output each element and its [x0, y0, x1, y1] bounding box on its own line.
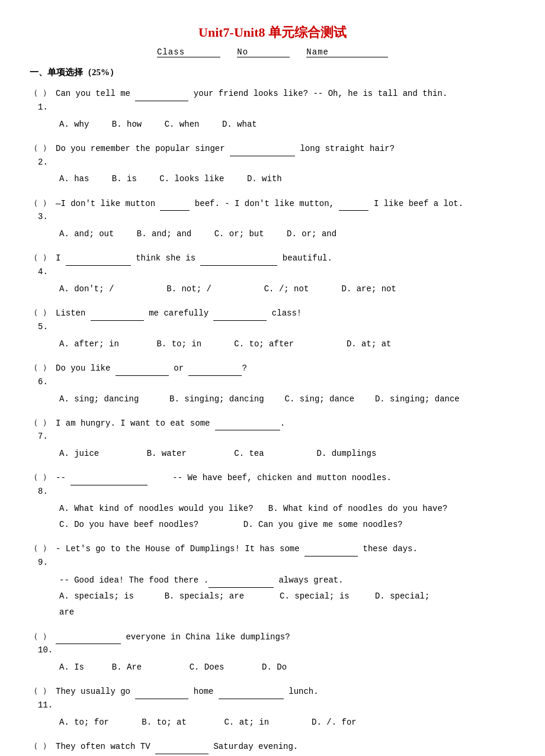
q8-paren: （ [30, 471, 38, 485]
q1-options: A. why B. how C. when D. what [30, 117, 515, 132]
q12-paren: （ [30, 739, 38, 754]
q4-num: ）4. [38, 251, 56, 279]
q5-options: A. after; in B. to; in C. to; after D. a… [30, 337, 515, 352]
q8-num: ）8. [38, 471, 56, 499]
q6-options: A. sing; dancing B. singing; dancing C. … [30, 392, 515, 407]
q2-text: Do you remember the popular singer long … [56, 141, 515, 156]
question-11: （ ）11. They usually go home lunch. A. to… [30, 684, 515, 730]
question-5: （ ）5. Listen me carefully class! A. afte… [30, 306, 515, 352]
q2-paren: （ [30, 141, 38, 156]
question-6: （ ）6. Do you like or ? A. sing; dancing … [30, 361, 515, 407]
q8-text: -- -- We have beef, chicken and mutton n… [56, 471, 515, 485]
question-2: （ ）2. Do you remember the popular singer… [30, 141, 515, 187]
question-12: （ ）12. They often watch TV Saturday even… [30, 739, 515, 756]
q11-text: They usually go home lunch. [56, 684, 515, 699]
q7-num: ）7. [38, 416, 56, 445]
name-label: Name [306, 47, 329, 57]
q7-paren: （ [30, 416, 38, 430]
q11-num: ）11. [38, 684, 56, 713]
q8-options-cd: C. Do you have beef noodles? D. Can you … [30, 517, 515, 532]
q10-paren: （ [30, 630, 38, 644]
question-4: （ ）4. I think she is beautiful. A. don't… [30, 251, 515, 297]
q3-text: —I don't like mutton beef. - I don't lik… [56, 197, 515, 211]
q9-options2: are [30, 605, 515, 620]
question-8: （ ）8. -- -- We have beef, chicken and mu… [30, 471, 515, 532]
q9-paren: （ [30, 542, 38, 556]
question-7: （ ）7. I am hungry. I want to eat some . … [30, 416, 515, 462]
q9-text2: -- Good idea! The food there . always gr… [30, 572, 515, 588]
q9-text: - Let's go to the House of Dumplings! It… [56, 542, 515, 556]
q3-paren: （ [30, 197, 38, 211]
q11-options: A. to; for B. to; at C. at; in D. /. for [30, 715, 515, 730]
q4-options: A. don't; / B. not; / C. /; not D. are; … [30, 282, 515, 297]
q11-paren: （ [30, 684, 38, 699]
q10-num: ）10. [38, 630, 56, 658]
q2-options: A. has B. is C. looks like D. with [30, 172, 515, 186]
q6-text: Do you like or ? [56, 361, 515, 376]
question-9: （ ）9. - Let's go to the House of Dumplin… [30, 542, 515, 620]
q6-num: ）6. [38, 361, 56, 390]
q10-text: everyone in China like dumplings? [56, 630, 515, 645]
q8-options-ab: A. What kind of noodles would you like? … [30, 501, 515, 516]
q2-num: ）2. [38, 141, 56, 170]
q1-text: Can you tell me your friend looks like? … [56, 86, 515, 101]
q10-options: A. Is B. Are C. Does D. Do [30, 660, 515, 675]
q5-text: Listen me carefully class! [56, 306, 515, 321]
q1-num: ）1. [38, 86, 56, 115]
q12-num: ）12. [38, 739, 56, 756]
q1-paren: （ [30, 86, 38, 101]
question-10: （ ）10. everyone in China like dumplings?… [30, 630, 515, 675]
q3-options: A. and; out B. and; and C. or; but D. or… [30, 227, 515, 242]
q3-num: ）3. [38, 197, 56, 225]
question-1: （ ）1. Can you tell me your friend looks … [30, 86, 515, 132]
q9-options: A. specials; is B. specials; are C. spec… [30, 589, 515, 604]
q4-text: I think she is beautiful. [56, 251, 515, 266]
section1-title: 一、单项选择（25%） [30, 67, 515, 78]
class-label: Class [157, 47, 185, 57]
q7-options: A. juice B. water C. tea D. dumplings [30, 446, 515, 461]
no-label: No [237, 47, 248, 57]
page-title: Unit7-Unit8 单元综合测试 [30, 24, 515, 41]
q5-num: ）5. [38, 306, 56, 334]
question-3: （ ）3. —I don't like mutton beef. - I don… [30, 197, 515, 242]
q7-text: I am hungry. I want to eat some . [56, 416, 515, 431]
class-line: Class No Name [30, 47, 515, 57]
q6-paren: （ [30, 361, 38, 375]
q12-text: They often watch TV Saturday evening. [56, 739, 515, 754]
q9-num: ）9. [38, 542, 56, 570]
q5-paren: （ [30, 306, 38, 320]
q4-paren: （ [30, 251, 38, 265]
